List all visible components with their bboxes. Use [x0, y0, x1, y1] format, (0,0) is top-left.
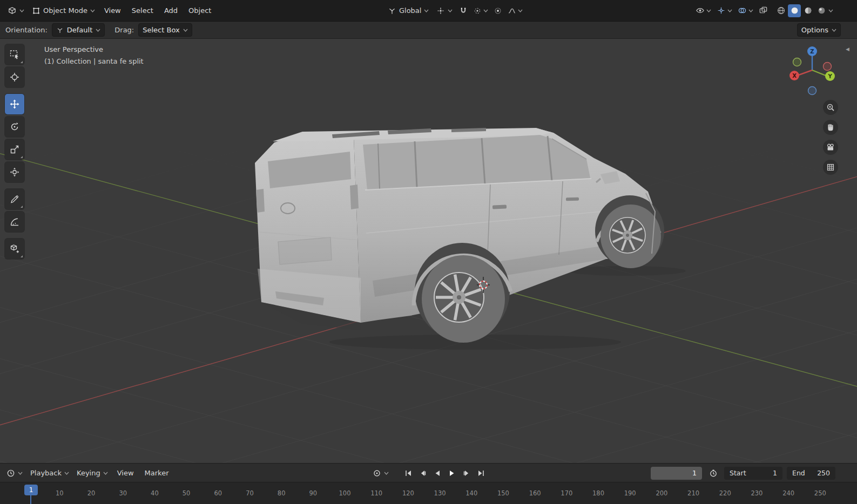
options-label: Options [801, 26, 828, 34]
snap-toggle[interactable] [457, 5, 470, 17]
play-button[interactable] [446, 467, 459, 480]
visibility-icon [696, 6, 705, 15]
viewport-canvas[interactable] [0, 39, 857, 463]
viewport-header: Object Mode View Select Add Object Globa… [0, 0, 857, 22]
gizmo-neg-z-ball[interactable] [808, 87, 816, 95]
tool-cursor[interactable] [5, 67, 24, 87]
sidebar-toggle-arrow[interactable]: ◀ [846, 46, 849, 52]
orientation-dropdown[interactable]: Default [52, 23, 105, 37]
tool-measure[interactable] [5, 212, 24, 232]
pivot-point-dropdown[interactable] [433, 4, 456, 17]
shading-material-button[interactable] [801, 4, 814, 17]
menu-object[interactable]: Object [184, 4, 216, 17]
gizmo-neg-y-ball[interactable] [793, 58, 801, 66]
playhead-frame-chip[interactable]: 1 [24, 485, 38, 495]
drag-dropdown-value: Select Box [143, 26, 179, 34]
proportional-editing-toggle[interactable] [491, 5, 504, 17]
ruler-tick-label: 70 [234, 489, 266, 497]
tool-move[interactable] [5, 94, 24, 114]
current-frame-field[interactable]: 1 [651, 467, 702, 480]
tool-annotate[interactable] [5, 189, 24, 209]
tool-transform[interactable] [5, 162, 24, 182]
playback-menu[interactable]: Playback [27, 467, 72, 479]
tool-add-cube[interactable] [5, 239, 24, 259]
zoom-button[interactable] [823, 100, 838, 115]
next-keyframe-button[interactable] [460, 467, 474, 480]
start-frame-label: Start [730, 469, 746, 477]
toggle-projection-button[interactable] [823, 160, 838, 175]
tool-rotate[interactable] [5, 117, 24, 137]
jump-to-end-button[interactable] [475, 467, 488, 480]
stopwatch-icon [709, 469, 718, 478]
keying-menu-label: Keying [77, 469, 100, 477]
use-preview-range-button[interactable] [706, 467, 720, 480]
overlays-dropdown[interactable] [735, 4, 755, 17]
gizmo-y-label: Y [827, 73, 832, 79]
tool-scale[interactable] [5, 139, 24, 160]
visibility-dropdown[interactable] [693, 4, 713, 17]
end-frame-label: End [792, 469, 805, 477]
orientation-dropdown-header[interactable]: Global [384, 4, 432, 17]
playhead-line[interactable] [30, 495, 31, 504]
move-tool-icon [9, 99, 20, 110]
prev-keyframe-button[interactable] [416, 467, 430, 480]
timeline-menu-marker[interactable]: Marker [140, 466, 174, 480]
timeline-editor-type-button[interactable] [3, 467, 26, 480]
gizmos-dropdown[interactable] [714, 4, 734, 17]
chevron-down-icon [64, 472, 69, 475]
xray-icon [759, 6, 768, 15]
overlays-icon [738, 6, 747, 15]
object-mode-icon [32, 6, 41, 15]
camera-view-button[interactable] [823, 140, 838, 155]
auto-keying-toggle[interactable] [369, 467, 392, 480]
transform-orientation-icon [388, 6, 396, 15]
ruler-tick-label: 200 [646, 489, 678, 497]
chevron-down-icon [832, 29, 836, 32]
cursor-tool-icon [9, 72, 20, 83]
ruler-tick-label: 230 [741, 489, 773, 497]
viewport-editor-icon [8, 6, 17, 15]
view-perspective-label: User Perspective [44, 44, 144, 56]
chevron-down-icon [384, 472, 389, 475]
editor-type-button[interactable] [4, 4, 28, 17]
snap-settings-dropdown[interactable] [471, 5, 490, 17]
falloff-dropdown[interactable] [505, 5, 525, 17]
shading-solid-icon [790, 6, 799, 15]
gizmo-z-label: Z [810, 49, 814, 55]
navigation-gizmo[interactable]: Z X Y [785, 44, 839, 98]
xray-toggle[interactable] [757, 4, 770, 17]
end-frame-field[interactable]: End 250 [787, 467, 835, 480]
shading-rendered-button[interactable] [815, 4, 828, 17]
timeline-ruler-area[interactable]: 1020304050607080901001101201301401501601… [0, 482, 857, 504]
camera-view-icon [826, 143, 835, 152]
options-dropdown[interactable]: Options [797, 23, 841, 37]
shading-solid-button[interactable] [788, 4, 801, 17]
ruler-tick-label: 50 [171, 489, 203, 497]
toggle-projection-icon [826, 163, 835, 172]
pan-button[interactable] [823, 120, 838, 135]
menu-view[interactable]: View [99, 4, 126, 17]
timeline-ruler[interactable]: 1020304050607080901001101201301401501601… [0, 482, 857, 504]
current-frame-value: 1 [692, 469, 697, 477]
end-frame-value: 250 [817, 469, 830, 477]
drag-dropdown[interactable]: Select Box [138, 23, 192, 37]
gizmo-neg-x-ball[interactable] [824, 63, 832, 71]
start-frame-field[interactable]: Start 1 [724, 467, 782, 480]
timeline-menu-view[interactable]: View [112, 466, 139, 480]
ruler-tick-label: 130 [424, 489, 456, 497]
tool-select-box[interactable] [5, 44, 24, 65]
tool-shelf [5, 44, 24, 261]
shading-wireframe-button[interactable] [774, 4, 787, 17]
ruler-tick-label: 40 [139, 489, 171, 497]
mode-dropdown[interactable]: Object Mode [29, 4, 98, 17]
chevron-down-icon[interactable] [828, 9, 833, 12]
jump-to-start-button[interactable] [402, 467, 415, 480]
ruler-tick-label: 170 [551, 489, 583, 497]
play-reverse-button[interactable] [431, 467, 444, 480]
viewport-controls [823, 100, 838, 175]
menu-select[interactable]: Select [127, 4, 158, 17]
viewport-3d: User Perspective (1) Collection | santa … [0, 39, 857, 463]
chevron-down-icon [183, 29, 188, 32]
keying-menu[interactable]: Keying [73, 467, 111, 479]
menu-add[interactable]: Add [159, 4, 183, 17]
